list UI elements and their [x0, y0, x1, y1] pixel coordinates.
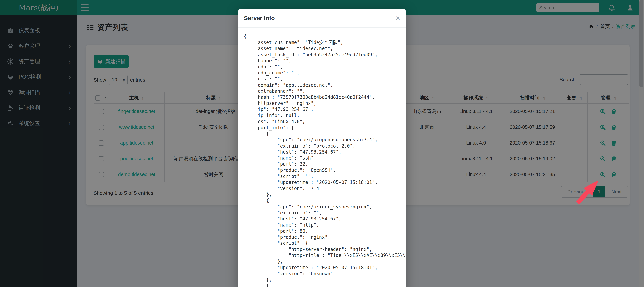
server-info-modal: Server Info × { "asset_cus_name": "Tide安…: [238, 9, 406, 287]
modal-title: Server Info: [244, 15, 396, 21]
modal-json: { "asset_cus_name": "Tide安全团队", "asset_n…: [244, 33, 406, 287]
modal-header: Server Info ×: [238, 9, 406, 27]
modal-body: { "asset_cus_name": "Tide安全团队", "asset_n…: [238, 27, 406, 287]
close-icon[interactable]: ×: [396, 14, 400, 22]
